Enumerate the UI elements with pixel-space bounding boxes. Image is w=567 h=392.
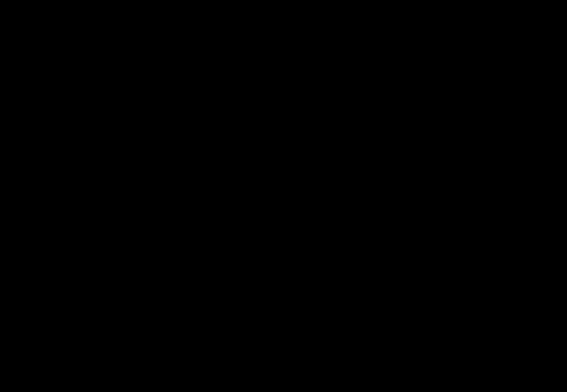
spectrogram-plot: [115, 32, 461, 121]
spectrogram-y-axis-label: [28, 35, 55, 129]
distance-y-axis-label: [522, 274, 548, 384]
quality-y-axis-label: [26, 282, 53, 376]
quality-distance-plot: [115, 278, 461, 374]
pitch-angle-plot: [115, 141, 461, 247]
def-colorbar: [471, 43, 488, 113]
plot-viewer-screen: [0, 0, 567, 392]
deg-colorbar: [471, 151, 488, 239]
